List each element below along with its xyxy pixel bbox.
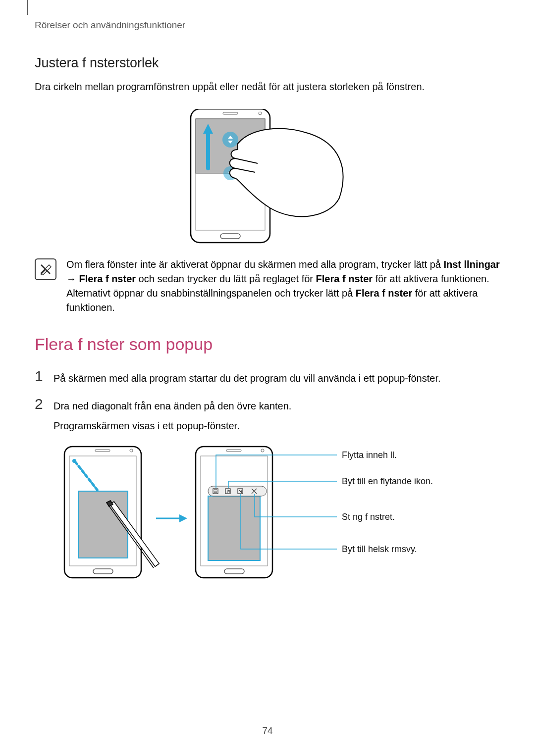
- subheading-adjust-window: Justera f nsterstorlek: [35, 55, 500, 71]
- note-text: Om flera fönster inte är aktiverat öppna…: [66, 257, 500, 315]
- page-header: Rörelser och användningsfunktioner: [35, 20, 500, 31]
- callout-floating-icon: Byt till en flytande ikon.: [342, 476, 433, 487]
- intro-text: Dra cirkeln mellan programfönstren uppåt…: [35, 80, 500, 94]
- svg-rect-18: [78, 491, 128, 558]
- page-number: 74: [262, 725, 272, 736]
- step-1-text: På skärmen med alla program startar du d…: [54, 369, 441, 386]
- note-block: Om flera fönster inte är aktiverat öppna…: [35, 257, 500, 315]
- callout-move-content: Flytta inneh ll.: [342, 450, 397, 460]
- callout-close-window: St ng f nstret.: [342, 512, 395, 522]
- note-icon: [35, 258, 56, 280]
- svg-marker-22: [179, 514, 187, 522]
- callout-fullscreen: Byt till helsk rmsvy.: [342, 544, 417, 554]
- figure-popup-window: Flytta inneh ll. Byt till en flytande ik…: [59, 444, 500, 588]
- svg-rect-28: [208, 496, 260, 560]
- step-number-1: 1: [35, 369, 46, 384]
- step-number-2: 2: [35, 397, 46, 411]
- step-2-text: Dra ned diagonalt från ena änden på den …: [54, 397, 291, 433]
- step-1: 1 På skärmen med alla program startar du…: [35, 369, 500, 386]
- section-heading-popup: Flera f nster som popup: [35, 335, 500, 354]
- svg-point-6: [222, 132, 238, 148]
- figure-resize-window: [181, 109, 354, 245]
- step-2: 2 Dra ned diagonalt från ena änden på de…: [35, 397, 500, 433]
